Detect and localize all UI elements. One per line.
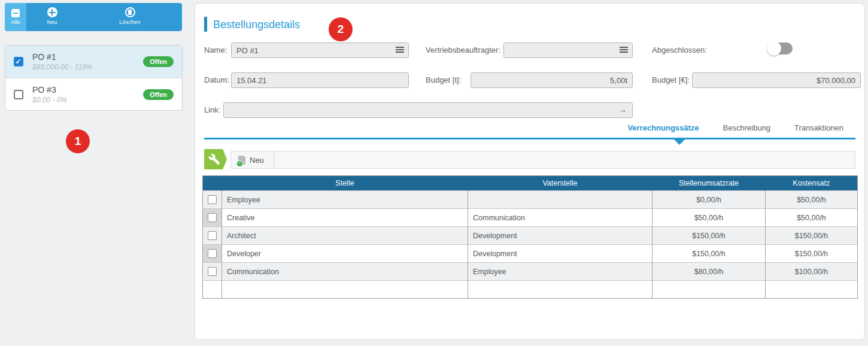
table-header-row: Stelle Vaterstelle Stellenumsatzrate Kos… xyxy=(203,176,858,191)
cell-stellenumsatzrate: $50,00/h xyxy=(652,209,766,227)
table-row[interactable]: Employee $0,00/h $50,00/h xyxy=(203,191,858,209)
po-subtitle: $83,000.00 - 119% xyxy=(32,63,143,71)
checkbox-column-header xyxy=(203,176,222,191)
file-plus-icon xyxy=(238,156,245,165)
date-input[interactable] xyxy=(231,72,409,88)
row-checkbox-cell xyxy=(203,191,222,209)
page-title: Bestellungsdetails xyxy=(213,19,300,31)
column-header-stellenumsatzrate: Stellenumsatzrate xyxy=(652,176,766,191)
completed-label: Abgeschlossen: xyxy=(652,43,707,58)
tab-verrechnungssaetze[interactable]: Verrechnungssätze xyxy=(627,123,699,136)
detail-tabs: Verrechnungssätze Beschreibung Transakti… xyxy=(204,123,855,136)
link-label: Link: xyxy=(204,102,220,118)
name-label: Name: xyxy=(204,43,227,58)
cell-vaterstelle xyxy=(468,191,652,209)
cell-kostensatz: $150,00/h xyxy=(766,227,858,245)
row-checkbox[interactable] xyxy=(208,195,217,204)
table-row[interactable]: Developer Development $150,00/h $150,00/… xyxy=(203,245,858,263)
status-badge: Offen xyxy=(143,89,174,100)
po-subtitle: $0.00 - 0% xyxy=(32,96,143,104)
sales-rep-label: Vertriebsbeauftragter: xyxy=(426,43,500,58)
po-list-toolbar: Alle Neu Löschen xyxy=(5,3,182,31)
table-row-empty[interactable] xyxy=(203,281,858,299)
table-row[interactable]: Creative Communication $50,00/h $50,00/h xyxy=(203,209,858,227)
cell-stellenumsatzrate: $80,00/h xyxy=(652,263,766,281)
row-checkbox-cell xyxy=(203,209,222,227)
column-header-stelle: Stelle xyxy=(222,176,468,191)
cell-stellenumsatzrate xyxy=(652,281,766,299)
po-title: PO #3 xyxy=(32,85,143,95)
table-toolbar: Neu xyxy=(230,151,855,169)
cell-kostensatz: $100,00/h xyxy=(766,263,858,281)
tab-transaktionen[interactable]: Transaktionen xyxy=(794,123,843,136)
link-input[interactable] xyxy=(223,102,633,118)
cell-vaterstelle: Development xyxy=(468,245,652,263)
row-checkbox-cell xyxy=(203,281,222,299)
budget-eur-input[interactable] xyxy=(692,72,861,88)
column-header-vaterstelle: Vaterstelle xyxy=(468,176,652,191)
title-accent-bar xyxy=(204,17,207,32)
row-checkbox-cell xyxy=(203,227,222,245)
row-checkbox-cell xyxy=(203,245,222,263)
sales-rep-input[interactable] xyxy=(503,43,633,58)
tab-beschreibung[interactable]: Beschreibung xyxy=(723,123,771,136)
po-title: PO #1 xyxy=(32,52,143,62)
list-item[interactable]: PO #1 $83,000.00 - 119% Offen xyxy=(5,45,182,78)
order-details-panel: Bestellungsdetails 2 Name: Vertriebsbeau… xyxy=(195,3,865,340)
cell-stelle: Architect xyxy=(222,227,468,245)
rates-table: Stelle Vaterstelle Stellenumsatzrate Kos… xyxy=(202,175,858,299)
budget-eur-label: Budget [€]: xyxy=(652,72,690,88)
table-row[interactable]: Architect Development $150,00/h $150,00/… xyxy=(203,227,858,245)
cell-stellenumsatzrate: $0,00/h xyxy=(652,191,766,209)
row-checkbox-checked[interactable] xyxy=(14,57,23,66)
list-item[interactable]: PO #3 $0.00 - 0% Offen xyxy=(5,78,182,110)
name-input[interactable] xyxy=(231,43,409,58)
cell-vaterstelle: Development xyxy=(468,227,652,245)
new-row-label: Neu xyxy=(250,156,264,165)
delete-po-label: Löschen xyxy=(119,19,140,25)
cell-kostensatz xyxy=(766,281,858,299)
new-row-button[interactable]: Neu xyxy=(231,151,274,168)
plus-circle-icon xyxy=(47,7,57,17)
row-checkbox[interactable] xyxy=(208,249,217,258)
cell-stelle: Employee xyxy=(222,191,468,209)
cell-kostensatz: $150,00/h xyxy=(766,245,858,263)
cell-stelle: Communication xyxy=(222,263,468,281)
active-tab-caret xyxy=(674,139,685,145)
new-po-button[interactable]: Neu xyxy=(26,3,78,31)
po-list: PO #1 $83,000.00 - 119% Offen PO #3 $0.0… xyxy=(5,45,183,111)
toggle-knob xyxy=(767,41,781,56)
completed-toggle[interactable] xyxy=(769,43,793,54)
tab-underline xyxy=(204,138,855,139)
row-checkbox[interactable] xyxy=(208,267,217,276)
delete-po-button[interactable]: Löschen xyxy=(78,3,182,31)
cell-vaterstelle: Employee xyxy=(468,263,652,281)
date-label: Datum: xyxy=(204,72,229,88)
cell-stellenumsatzrate: $150,00/h xyxy=(652,227,766,245)
new-po-label: Neu xyxy=(47,19,57,25)
cell-stelle: Developer xyxy=(222,245,468,263)
budget-t-input[interactable] xyxy=(471,72,633,88)
cell-kostensatz: $50,00/h xyxy=(766,209,858,227)
tools-badge[interactable] xyxy=(204,149,227,169)
annotation-marker-1: 1 xyxy=(66,129,90,153)
cell-stellenumsatzrate: $150,00/h xyxy=(652,245,766,263)
cell-stelle: Creative xyxy=(222,209,468,227)
annotation-marker-2: 2 xyxy=(329,17,353,41)
table-row[interactable]: Communication Employee $80,00/h $100,00/… xyxy=(203,263,858,281)
indeterminate-checkbox-icon xyxy=(11,9,20,17)
row-checkbox-unchecked[interactable] xyxy=(14,90,23,99)
select-all-label: Alle xyxy=(11,19,20,25)
cell-vaterstelle xyxy=(468,281,652,299)
status-badge: Offen xyxy=(143,56,174,67)
budget-t-label: Budget [t]: xyxy=(426,72,461,88)
cell-vaterstelle: Communication xyxy=(468,209,652,227)
select-all-button[interactable]: Alle xyxy=(5,3,26,31)
trash-icon xyxy=(125,7,135,17)
cell-stelle xyxy=(222,281,468,299)
wrench-icon xyxy=(208,153,220,165)
cell-kostensatz: $50,00/h xyxy=(766,191,858,209)
row-checkbox[interactable] xyxy=(208,231,217,240)
row-checkbox-cell xyxy=(203,263,222,281)
row-checkbox[interactable] xyxy=(208,213,217,222)
